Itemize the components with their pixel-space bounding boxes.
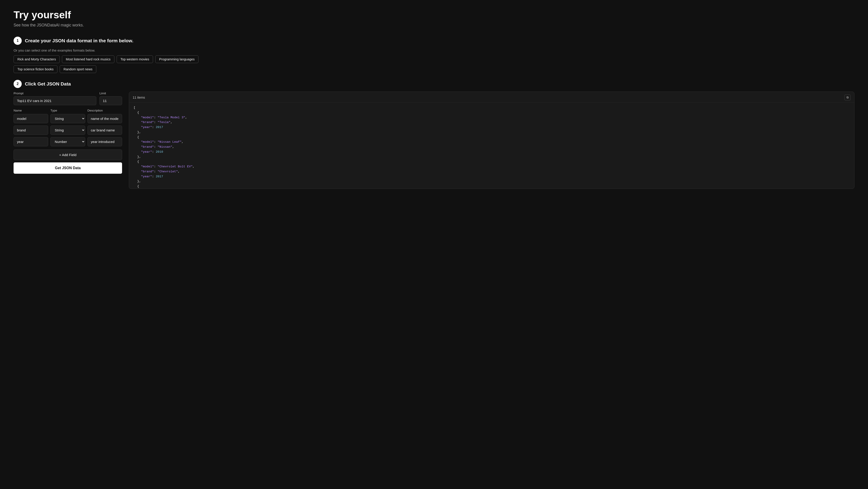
limit-input[interactable] <box>99 96 122 105</box>
json-body[interactable]: [ { "model": "Tesla Model 3", "brand": "… <box>129 103 854 189</box>
step2-container: 2 Click Get JSON Data Prompt Limit Name … <box>13 80 855 189</box>
prompt-group: Prompt <box>13 92 96 105</box>
example-chip-programming[interactable]: Programming languages <box>155 55 198 63</box>
field-desc-year[interactable] <box>88 137 122 146</box>
step1-description: Or you can select one of the examples fo… <box>13 49 855 52</box>
json-content: [ { "model": "Tesla Model 3", "brand": "… <box>133 105 850 189</box>
copy-icon: ⧉ <box>846 96 848 99</box>
field-name-model[interactable] <box>13 114 48 123</box>
prompt-input[interactable] <box>13 96 96 105</box>
form-row-top: Prompt Limit <box>13 92 122 105</box>
name-col-label: Name <box>13 109 48 112</box>
page-title: Try yourself <box>13 9 855 21</box>
field-row-brand: String Number Boolean <box>13 125 122 135</box>
prompt-label: Prompt <box>13 92 96 95</box>
limit-label: Limit <box>99 92 122 95</box>
fields-list: String Number Boolean String Number Bool… <box>13 114 122 146</box>
step1-title: Create your JSON data format in the form… <box>25 38 133 44</box>
examples-row-2: Top science fiction books Random sport n… <box>13 65 855 73</box>
step2-number: 2 <box>13 80 22 88</box>
field-type-year[interactable]: String Number Boolean <box>51 137 85 146</box>
copy-button[interactable]: ⧉ <box>844 94 850 100</box>
json-items-count: 11 items <box>133 96 145 99</box>
field-desc-model[interactable] <box>88 114 122 123</box>
field-type-model[interactable]: String Number Boolean <box>51 114 85 123</box>
step1-header: 1 Create your JSON data format in the fo… <box>13 37 855 45</box>
step2-header: 2 Click Get JSON Data <box>13 80 855 88</box>
step2-title: Click Get JSON Data <box>25 81 71 87</box>
json-header: 11 items ⧉ <box>129 92 854 103</box>
form-panel: Prompt Limit Name Type Description <box>13 92 122 174</box>
field-type-brand[interactable]: String Number Boolean <box>51 125 85 135</box>
main-content: Prompt Limit Name Type Description <box>13 92 855 189</box>
field-desc-brand[interactable] <box>88 125 122 135</box>
type-col-label: Type <box>51 109 85 112</box>
add-field-button[interactable]: + Add Field <box>13 149 122 160</box>
field-name-year[interactable] <box>13 137 48 146</box>
field-name-brand[interactable] <box>13 125 48 135</box>
example-chip-scifi-books[interactable]: Top science fiction books <box>13 65 57 73</box>
example-chip-western-movies[interactable]: Top western movies <box>117 55 153 63</box>
description-col-label: Description <box>88 109 122 112</box>
field-row-model: String Number Boolean <box>13 114 122 123</box>
page-subtitle: See how the JSONDataAI magic works. <box>13 23 855 28</box>
json-panel: 11 items ⧉ [ { "model": "Tesla Model 3",… <box>129 92 855 189</box>
get-json-button[interactable]: Get JSON Data <box>13 163 122 174</box>
step1-container: 1 Create your JSON data format in the fo… <box>13 37 855 73</box>
example-chip-rick-morty[interactable]: Rick and Morty Characters <box>13 55 60 63</box>
examples-row-1: Rick and Morty Characters Most listened … <box>13 55 855 63</box>
example-chip-hard-rock[interactable]: Most listened hard rock musics <box>62 55 114 63</box>
field-row-year: String Number Boolean <box>13 137 122 146</box>
example-chip-sport-news[interactable]: Random sport news <box>60 65 96 73</box>
fields-header: Name Type Description <box>13 109 122 112</box>
limit-group: Limit <box>99 92 122 105</box>
step1-number: 1 <box>13 37 22 45</box>
